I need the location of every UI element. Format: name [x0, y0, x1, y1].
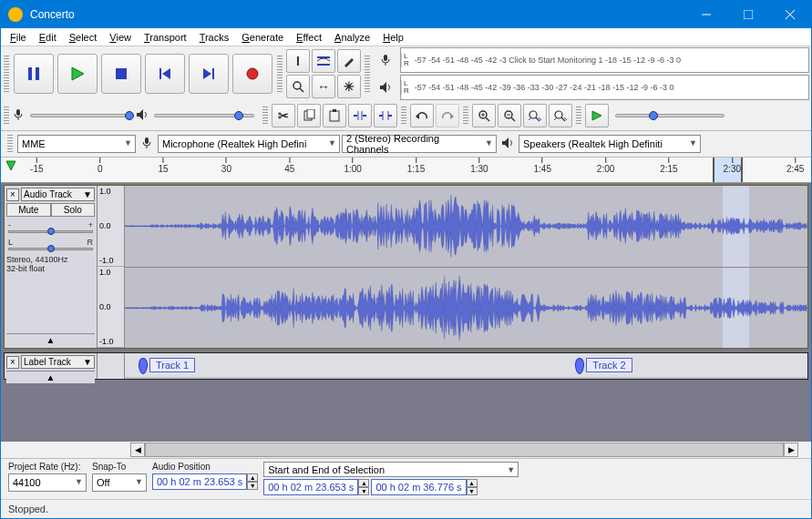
menu-select[interactable]: Select [64, 30, 103, 45]
label-marker-2[interactable]: Track 2 [575, 355, 632, 374]
selection-mode-combo[interactable]: Start and End of Selection [263, 462, 519, 477]
play-speed-slider[interactable] [615, 114, 725, 117]
label-text[interactable]: Track 1 [149, 358, 195, 372]
recording-volume-slider[interactable] [30, 114, 130, 117]
spin-down[interactable]: ▼ [358, 487, 369, 495]
svg-rect-7 [116, 68, 127, 79]
horizontal-scrollbar[interactable] [145, 443, 784, 457]
waveform-channel-right[interactable] [125, 268, 807, 349]
menu-file[interactable]: File [5, 30, 32, 45]
skip-end-button[interactable] [189, 54, 229, 94]
menu-effect[interactable]: Effect [291, 30, 327, 45]
grip[interactable] [463, 107, 468, 125]
menu-analyze[interactable]: Analyze [329, 30, 375, 45]
envelope-tool-button[interactable] [312, 49, 335, 73]
timeline-pin-button[interactable] [1, 158, 21, 182]
menu-help[interactable]: Help [377, 30, 409, 45]
silence-button[interactable] [374, 104, 397, 127]
stop-button[interactable] [101, 54, 141, 94]
speaker-meter-icon[interactable] [374, 76, 397, 99]
timeline-ruler[interactable]: -1501530451:001:151:301:452:002:152:302:… [21, 158, 811, 182]
draw-tool-button[interactable] [337, 49, 361, 73]
grip[interactable] [576, 107, 581, 125]
snap-to-combo[interactable]: Off [92, 473, 147, 492]
playback-device-combo[interactable]: Speakers (Realtek High Definiti [519, 135, 701, 153]
label-track-collapse-button[interactable]: ▲ [6, 371, 95, 383]
label-marker-1[interactable]: Track 1 [139, 355, 195, 374]
maximize-button[interactable] [727, 1, 769, 28]
spin-up[interactable]: ▲ [467, 479, 478, 487]
label-track-close-button[interactable]: × [6, 356, 19, 369]
skip-start-button[interactable] [145, 54, 185, 94]
waveform-channel-left[interactable] [125, 186, 807, 268]
track-collapse-button[interactable]: ▲ [6, 333, 95, 346]
grip[interactable] [4, 107, 9, 125]
selection-end-field[interactable]: 00 h 02 m 36.776 s ▲▼ [371, 479, 477, 495]
play-at-speed-button[interactable] [585, 104, 609, 127]
copy-button[interactable] [297, 104, 321, 127]
zoom-out-button[interactable] [498, 104, 521, 127]
mute-button[interactable]: Mute [6, 203, 51, 217]
label-pin-icon[interactable] [139, 358, 148, 374]
timeline[interactable]: -1501530451:001:151:301:452:002:152:302:… [1, 158, 811, 183]
svg-line-30 [486, 117, 489, 121]
audio-host-combo[interactable]: MME [17, 135, 136, 153]
grip[interactable] [4, 56, 9, 92]
play-button[interactable] [57, 54, 98, 94]
grip[interactable] [365, 56, 370, 92]
selection-tool-button[interactable]: I [286, 49, 310, 73]
menu-transport[interactable]: Transport [139, 30, 192, 45]
zoom-tool-button[interactable] [286, 75, 310, 98]
redo-button[interactable] [436, 104, 459, 127]
recording-meter[interactable]: LR -57 -54 -51 -48 -45 -42 -3 Click to S… [400, 47, 809, 73]
menu-generate[interactable]: Generate [236, 30, 289, 45]
menu-view[interactable]: View [104, 30, 137, 45]
project-rate-combo[interactable]: 44100 [8, 473, 87, 492]
cut-button[interactable]: ✂ [272, 104, 295, 127]
grip[interactable] [7, 135, 13, 153]
spin-up[interactable]: ▲ [247, 473, 258, 482]
close-button[interactable] [769, 1, 811, 28]
grip[interactable] [277, 56, 283, 92]
svg-rect-1 [744, 10, 753, 19]
pause-button[interactable] [14, 54, 54, 94]
mic-icon [12, 108, 25, 123]
gain-slider[interactable]: -+ [8, 220, 93, 234]
fit-selection-button[interactable] [523, 104, 547, 127]
paste-button[interactable] [323, 104, 346, 127]
label-track-menu-button[interactable]: Label Track▼ [21, 355, 95, 369]
undo-button[interactable] [410, 104, 434, 127]
playback-meter[interactable]: LR -57 -54 -51 -48 -45 -42 -39 -36 -33 -… [400, 75, 809, 100]
recording-device-combo[interactable]: Microphone (Realtek High Defini [158, 135, 340, 153]
spin-up[interactable]: ▲ [358, 479, 369, 487]
timeshift-tool-button[interactable]: ↔ [312, 75, 335, 98]
label-lane[interactable]: Track 1 Track 2 [125, 353, 807, 377]
zoom-in-button[interactable] [472, 104, 496, 127]
grip[interactable] [262, 107, 268, 125]
minimize-button[interactable] [685, 1, 727, 28]
pan-slider[interactable]: LR [8, 238, 93, 251]
grip[interactable] [401, 107, 406, 125]
waveform-area[interactable] [125, 186, 807, 348]
solo-button[interactable]: Solo [51, 203, 96, 217]
scroll-right-button[interactable]: ▶ [784, 443, 798, 457]
record-button[interactable] [232, 54, 272, 94]
track-close-button[interactable]: × [6, 188, 19, 201]
scroll-left-button[interactable]: ◀ [130, 443, 145, 457]
mic-meter-icon[interactable] [374, 48, 397, 72]
track-menu-button[interactable]: Audio Track▼ [21, 188, 95, 201]
vertical-scale[interactable]: 1.00.0-1.0 1.00.0-1.0 [98, 186, 125, 348]
spin-down[interactable]: ▼ [247, 482, 258, 490]
menu-edit[interactable]: Edit [34, 30, 62, 45]
spin-down[interactable]: ▼ [467, 487, 478, 495]
playback-volume-slider[interactable] [154, 114, 254, 117]
label-pin-icon[interactable] [575, 358, 584, 374]
audio-position-field[interactable]: 00 h 02 m 23.653 s ▲▼ [152, 473, 258, 490]
label-text[interactable]: Track 2 [586, 358, 632, 372]
selection-start-field[interactable]: 00 h 02 m 23.653 s ▲▼ [263, 479, 369, 495]
multi-tool-button[interactable]: ✳ [337, 75, 361, 98]
trim-button[interactable] [348, 104, 372, 127]
fit-project-button[interactable] [549, 104, 572, 127]
recording-channels-combo[interactable]: 2 (Stereo) Recording Channels [342, 135, 497, 153]
menu-tracks[interactable]: Tracks [194, 30, 235, 45]
